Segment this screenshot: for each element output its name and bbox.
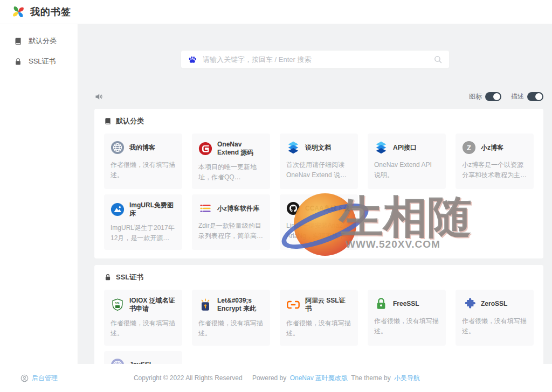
bookmark-card[interactable]: Let&#039;s Encrypt 来此 作者很懒，没有填写描述。 — [192, 290, 270, 345]
bookmark-description: 作者很懒，没有填写描述。 — [374, 316, 439, 336]
bookmark-description: Linux一键安装Aria2、AriaNg，实现离线下载。 — [286, 221, 351, 241]
bookmark-description: Zdir是一款轻量级的目录列表程序，简单高效，免数据库。 — [198, 221, 264, 241]
sidebar-item-label: 默认分类 — [29, 36, 57, 46]
search-icon[interactable] — [433, 55, 443, 64]
bookmark-title: 阿里云 SSL证书 — [305, 297, 351, 313]
bookmark-title: 我的博客 — [129, 144, 155, 152]
bookmark-description: 作者很懒，没有填写描述。 — [462, 316, 527, 336]
bookmark-card[interactable]: 我的博客 作者很懒，没有填写描述。 — [104, 134, 182, 189]
description-toggle-label: 描述 — [511, 92, 524, 101]
icon-toggle-group: 图标 — [469, 92, 501, 101]
list-color-icon — [198, 201, 212, 215]
bookmark-description: 首次使用请仔细阅读 OneNav Extend 说明文档。 — [286, 160, 351, 180]
theme-by-label: The theme by — [351, 374, 390, 382]
bookmark-description: 本项目的唯一更新地址，作者QQ 271152681 — [198, 162, 264, 182]
z-circle-icon: Z — [462, 141, 476, 155]
icon-toggle-switch[interactable] — [485, 92, 501, 101]
bookmark-description: 作者很懒，没有填写描述。 — [198, 318, 264, 338]
sidebar-item-ssl-cert[interactable]: SSL证书 — [0, 51, 78, 72]
gitee-icon — [198, 142, 212, 156]
sidebar: 默认分类 SSL证书 — [0, 24, 78, 364]
footer: 后台管理 Copyright © 2022 All Rights Reserve… — [0, 364, 552, 392]
lock-green-icon — [374, 297, 388, 311]
bookmark-title: ImgURL免费图床 — [129, 201, 176, 218]
bookmark-title: API接口 — [393, 144, 417, 152]
bookmark-title: CCAA离线下载 — [305, 205, 350, 213]
bookmark-card[interactable]: Z 小z博客 小z博客是一个以资源分享和技术教程为主的个人博客,站内提供各类优质… — [456, 134, 534, 189]
admin-link[interactable]: 后台管理 — [20, 374, 58, 383]
lock-icon — [14, 58, 22, 66]
book-icon — [14, 37, 22, 45]
copyright-bar: Copyright © 2022 All Rights Reserved Pow… — [132, 374, 420, 383]
announcement-speaker-icon[interactable] — [94, 92, 104, 101]
github-icon — [286, 201, 300, 215]
lock-icon — [104, 274, 112, 281]
search-input[interactable] — [203, 55, 433, 64]
bookmark-description: ImgURL诞生于2017年12月，是一款开源图片管理系统（简称图床）。 — [111, 223, 176, 243]
bookmark-title: 说明文档 — [305, 144, 331, 152]
user-admin-icon — [20, 374, 29, 382]
bookmark-card[interactable]: JoySSL 作者很懒，没有填写描述。 — [104, 351, 182, 364]
bookmark-card[interactable]: OneNav Extend 源码 本项目的唯一更新地址，作者QQ 2711526… — [192, 134, 270, 189]
baidu-search-engine-icon[interactable] — [188, 55, 197, 65]
globe-purple-icon — [111, 358, 125, 364]
bookmark-sections: 默认分类 我的博客 作者很懒，没有填写描述。 OneNav Extend 源码 … — [94, 109, 543, 364]
bookmark-description: 作者很懒，没有填写描述。 — [111, 318, 176, 338]
bookmark-description: 作者很懒，没有填写描述。 — [111, 160, 176, 180]
imgurl-icon — [111, 202, 125, 216]
bookmark-title: ZeroSSL — [481, 300, 507, 308]
globe-gray-icon — [111, 141, 125, 155]
theme-link[interactable]: 小吴导航 — [394, 374, 420, 382]
aliyun-icon — [286, 298, 300, 312]
section-title: SSL证书 — [116, 272, 143, 282]
svg-text:Z: Z — [467, 144, 471, 152]
letsencrypt-icon — [198, 298, 212, 312]
icon-toggle-label: 图标 — [469, 92, 482, 101]
bookmark-card[interactable]: CCAA离线下载 Linux一键安装Aria2、AriaNg，实现离线下载。 — [280, 194, 358, 250]
powered-by-label: Powered by — [252, 374, 286, 382]
sidebar-item-label: SSL证书 — [29, 57, 56, 66]
bookmark-card[interactable]: SSL IOIOX 泛域名证书申请 作者很懒，没有填写描述。 — [104, 290, 182, 345]
category-section: 默认分类 我的博客 作者很懒，没有填写描述。 OneNav Extend 源码 … — [94, 109, 543, 258]
bookmark-title: 小z博客软件库 — [217, 205, 259, 213]
bookmark-card[interactable]: 小z博客软件库 Zdir是一款轻量级的目录列表程序，简单高效，免数据库。 — [192, 194, 270, 250]
section-header: SSL证书 — [104, 272, 534, 282]
onenav-link[interactable]: OneNav 蓝叶魔改版 — [290, 374, 348, 382]
svg-text:SSL: SSL — [115, 302, 121, 305]
bookmark-card[interactable]: ImgURL免费图床 ImgURL诞生于2017年12月，是一款开源图片管理系统… — [104, 194, 182, 250]
search-bar — [181, 51, 449, 68]
admin-link-label: 后台管理 — [32, 374, 58, 383]
site-title: 我的书签 — [30, 5, 71, 18]
bookmark-title: OneNav Extend 源码 — [217, 141, 264, 157]
ssl-shield-icon: SSL — [111, 298, 125, 312]
section-header: 默认分类 — [104, 116, 534, 126]
layers-blue-icon — [286, 141, 300, 155]
bookmark-title: FreeSSL — [393, 300, 419, 308]
bookmark-title: Let&#039;s Encrypt 来此 — [217, 297, 264, 313]
layers-blue-icon — [374, 141, 388, 155]
bookmark-description: 作者很懒，没有填写描述。 — [286, 318, 351, 338]
bookmark-card[interactable]: 阿里云 SSL证书 作者很懒，没有填写描述。 — [280, 290, 358, 345]
bookmark-card[interactable]: API接口 OneNav Extend API 说明。 — [368, 134, 446, 189]
app-header: 我的书签 — [0, 0, 552, 24]
toolbar: 图标 描述 — [94, 92, 543, 101]
puzzle-blue-icon — [462, 297, 476, 311]
pinwheel-logo-icon — [11, 4, 26, 19]
bookmark-title: 小z博客 — [481, 144, 503, 152]
description-toggle-switch[interactable] — [527, 92, 543, 101]
description-toggle-group: 描述 — [511, 92, 543, 101]
section-title: 默认分类 — [116, 116, 144, 126]
main-content: 图标 描述 默认分类 我的博客 作者很懒，没有填写描述。 — [78, 24, 552, 364]
bookmark-description: OneNav Extend API 说明。 — [374, 160, 439, 180]
bookmark-card[interactable]: 说明文档 首次使用请仔细阅读 OneNav Extend 说明文档。 — [280, 134, 358, 189]
sidebar-item-default-category[interactable]: 默认分类 — [0, 31, 78, 51]
bookmark-title: IOIOX 泛域名证书申请 — [129, 297, 176, 313]
bookmark-card[interactable]: ZeroSSL 作者很懒，没有填写描述。 — [456, 290, 534, 345]
copyright-text: Copyright © 2022 All Rights Reserved — [134, 374, 243, 382]
book-icon — [104, 117, 112, 125]
category-section: SSL证书 SSL IOIOX 泛域名证书申请 作者很懒，没有填写描述。 Let… — [94, 265, 543, 364]
bookmark-description: 小z博客是一个以资源分享和技术教程为主的个人博客,站内提供各类优质资源。 — [462, 160, 527, 180]
bookmark-card[interactable]: FreeSSL 作者很懒，没有填写描述。 — [368, 290, 446, 345]
